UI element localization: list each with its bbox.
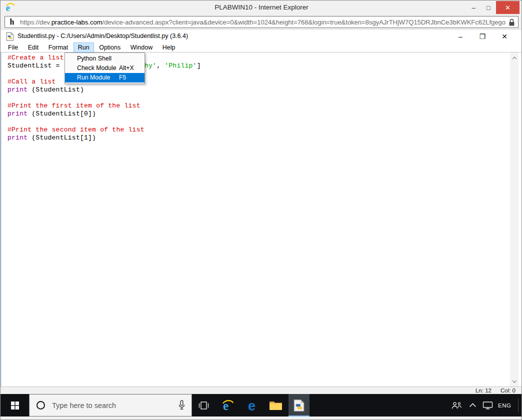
url-row: h https://dev.practice-labs.com/device-a… xyxy=(0,14,522,30)
code-lines: #Create a listStudentList = hy', 'Philip… xyxy=(2,52,522,386)
minimize-button[interactable]: – xyxy=(466,1,481,14)
menu-item-python-shell[interactable]: Python Shell xyxy=(65,54,144,64)
vertical-scrollbar[interactable] xyxy=(510,52,518,386)
people-icon[interactable] xyxy=(452,402,462,410)
taskbar-file-explorer-button[interactable] xyxy=(264,394,286,416)
shortcut-label: F5 xyxy=(119,73,126,82)
task-view-icon xyxy=(198,401,210,410)
remote-desktop: Studentlist.py - C:/Users/Admin/Desktop/… xyxy=(0,30,522,420)
window-title: PLABWIN10 - Internet Explorer xyxy=(0,0,522,14)
taskbar-idle-python-button[interactable] xyxy=(288,394,310,416)
internet-explorer-icon: e xyxy=(221,398,235,412)
screen: e PLABWIN10 - Internet Explorer – □ ✕ h … xyxy=(0,0,522,420)
show-desktop-divider[interactable] xyxy=(518,398,518,412)
line-indicator: Ln: 12 xyxy=(476,388,492,394)
url-prefix: https://dev. xyxy=(20,18,52,26)
search-input[interactable] xyxy=(51,401,178,410)
idle-minimize-button[interactable]: – xyxy=(450,30,472,43)
svg-text:e: e xyxy=(248,398,256,412)
task-view-button[interactable] xyxy=(194,394,214,416)
chevron-up-icon[interactable] xyxy=(469,403,476,408)
lock-icon xyxy=(508,18,515,26)
system-tray: ENG xyxy=(452,394,518,416)
python-file-icon xyxy=(6,32,14,41)
menu-help[interactable]: Help xyxy=(158,43,180,52)
menu-run[interactable]: Run xyxy=(74,43,94,52)
code-line: #Print the second item of the list xyxy=(8,126,522,134)
scroll-down-icon[interactable] xyxy=(510,377,518,386)
column-indicator: Col: 0 xyxy=(500,388,516,394)
taskbar-internet-explorer-button[interactable]: e xyxy=(216,394,240,416)
menu-item-check-module[interactable]: Check Module Alt+X xyxy=(65,64,144,73)
idle-close-button[interactable]: ✕ xyxy=(494,30,516,43)
menu-item-run-module[interactable]: Run Module F5 xyxy=(65,73,144,82)
menu-file[interactable]: File xyxy=(4,43,22,52)
idle-statusbar: Ln: 12 Col: 0 xyxy=(0,386,522,394)
idle-titlebar[interactable]: Studentlist.py - C:/Users/Admin/Desktop/… xyxy=(0,30,522,43)
url-domain: practice-labs.com xyxy=(52,18,102,26)
scroll-up-icon[interactable] xyxy=(510,54,518,62)
shortcut-label: Alt+X xyxy=(119,64,134,73)
url-path: /device-advanced.aspx?client=java&device… xyxy=(102,18,506,26)
network-display-icon[interactable] xyxy=(482,401,493,410)
code-line xyxy=(8,118,522,126)
menu-edit[interactable]: Edit xyxy=(24,43,43,52)
address-bar[interactable]: h https://dev.practice-labs.com/device-a… xyxy=(4,16,518,28)
close-button[interactable]: ✕ xyxy=(496,1,520,14)
menu-options[interactable]: Options xyxy=(95,43,124,52)
site-favicon-icon: h xyxy=(8,18,16,26)
idle-window-title: Studentlist.py - C:/Users/Admin/Desktop/… xyxy=(18,30,188,43)
browser-bottom-strip xyxy=(0,416,522,420)
menu-window[interactable]: Window xyxy=(126,43,156,52)
idle-window-controls: – ❐ ✕ xyxy=(450,30,516,43)
idle-menubar: File Edit Format Run Options Window Help xyxy=(0,43,522,52)
maximize-button[interactable]: □ xyxy=(481,1,496,14)
edge-icon: e xyxy=(246,398,260,412)
windows-logo-icon xyxy=(11,402,19,410)
code-line: print (StudentList) xyxy=(8,86,522,94)
code-line: #Print the first item of the list xyxy=(8,102,522,110)
microphone-icon[interactable] xyxy=(178,400,186,410)
taskbar-edge-button[interactable]: e xyxy=(242,394,264,416)
code-line: print (StudentList[1]) xyxy=(8,134,522,142)
file-explorer-icon xyxy=(269,400,282,410)
python-file-icon xyxy=(292,399,306,412)
taskbar-search[interactable] xyxy=(29,394,192,416)
menu-format[interactable]: Format xyxy=(44,43,72,52)
cortana-icon[interactable] xyxy=(36,401,45,410)
idle-restore-button[interactable]: ❐ xyxy=(472,30,494,43)
code-line xyxy=(8,94,522,102)
run-menu-dropdown: Python Shell Check Module Alt+X Run Modu… xyxy=(64,52,145,84)
taskbar: e e xyxy=(0,394,522,416)
ie-titlebar[interactable]: e PLABWIN10 - Internet Explorer – □ ✕ xyxy=(0,0,522,14)
code-editor[interactable]: #Create a listStudentList = hy', 'Philip… xyxy=(0,52,522,386)
ie-window-controls: – □ ✕ xyxy=(466,1,520,14)
language-indicator[interactable]: ENG xyxy=(498,402,511,408)
url-text[interactable]: https://dev.practice-labs.com/device-adv… xyxy=(20,18,506,26)
code-line: print (StudentList[0]) xyxy=(8,110,522,118)
start-button[interactable] xyxy=(0,394,29,416)
